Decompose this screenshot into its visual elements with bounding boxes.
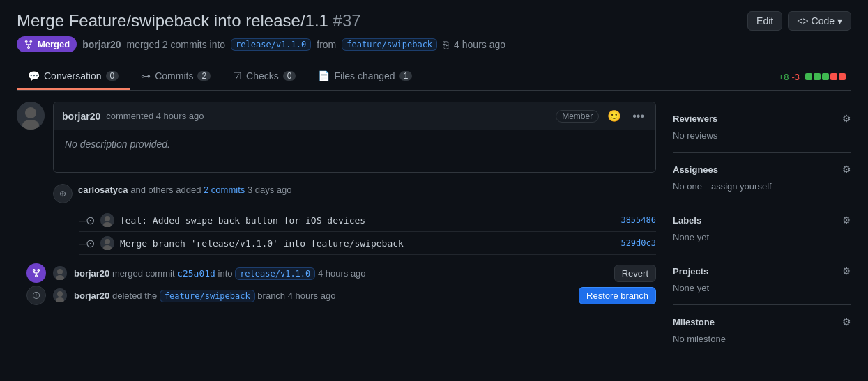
svg-point-7 xyxy=(105,239,110,244)
svg-point-10 xyxy=(57,269,63,274)
diff-block xyxy=(814,73,821,80)
reviewers-section: Reviewers ⚙ No reviews xyxy=(673,102,851,152)
comment-author: borjar20 xyxy=(62,111,100,122)
merge-target-branch[interactable]: release/v1.1.0 xyxy=(235,267,315,280)
merge-avatar xyxy=(53,266,67,280)
assignees-gear[interactable]: ⚙ xyxy=(842,164,851,175)
deleted-branch[interactable]: feature/swipeback xyxy=(160,290,255,302)
labels-gear[interactable]: ⚙ xyxy=(842,215,851,226)
commit-message: feat: Added swipe back button for iOS de… xyxy=(120,215,616,226)
merge-event-row: borjar20 merged commit c25a01d into rele… xyxy=(17,263,656,283)
commit-hash[interactable]: 3855486 xyxy=(620,215,656,225)
assignees-title: Assignees xyxy=(673,164,718,175)
commit-avatar xyxy=(100,213,114,227)
diff-blocks xyxy=(805,73,846,80)
delete-avatar xyxy=(53,288,67,302)
commit-hash[interactable]: 529d0c3 xyxy=(620,238,656,248)
edit-button[interactable]: Edit xyxy=(747,11,782,31)
emoji-button[interactable]: 🙂 xyxy=(604,108,624,124)
code-button[interactable]: <> Code ▾ xyxy=(788,11,851,31)
main-layout: borjar20 commented 4 hours ago Member 🙂 … xyxy=(17,102,851,355)
reviewers-value: No reviews xyxy=(673,130,717,141)
commits-added-section: ⊕ carlosatyca and others added 2 commits… xyxy=(53,184,656,255)
diff-block xyxy=(830,73,837,80)
pr-time: 4 hours ago xyxy=(454,39,505,50)
merge-commit-ref[interactable]: c25a01d xyxy=(177,268,215,279)
commit-row: –⊙ feat: Added swipe back button for iOS… xyxy=(79,209,656,232)
labels-section: Labels ⚙ None yet xyxy=(673,203,851,254)
milestone-gear[interactable]: ⚙ xyxy=(842,316,851,327)
pr-meta-text: merged 2 commits into xyxy=(126,39,225,50)
diff-minus: -3 xyxy=(791,72,800,82)
svg-point-13 xyxy=(57,291,63,297)
milestone-section: Milestone ⚙ No milestone xyxy=(673,304,851,355)
commit-dot: –⊙ xyxy=(79,214,95,227)
delete-event-author[interactable]: borjar20 xyxy=(74,290,109,301)
commit-dot: –⊙ xyxy=(79,237,95,250)
checks-badge: 0 xyxy=(283,71,296,81)
pr-meta-row: Merged borjar20 merged 2 commits into re… xyxy=(17,36,851,52)
assignees-value: No one—assign yourself xyxy=(673,181,772,192)
sidebar: Reviewers ⚙ No reviews Assignees ⚙ No on… xyxy=(673,102,851,355)
copy-icon[interactable]: ⎘ xyxy=(443,39,448,50)
projects-gear[interactable]: ⚙ xyxy=(842,265,851,277)
svg-point-4 xyxy=(105,216,110,221)
diff-block xyxy=(805,73,812,80)
reviewers-title: Reviewers xyxy=(673,114,717,124)
diff-plus: +8 xyxy=(779,72,789,82)
delete-event-text: borjar20 deleted the feature/swipeback b… xyxy=(74,290,572,301)
commit-row: –⊙ Merge branch 'release/v1.1.0' into fe… xyxy=(79,232,656,255)
comment-time: commented 4 hours ago xyxy=(106,111,204,121)
merge-icon xyxy=(24,40,33,49)
tabs-row: 💬 Conversation 0 ⊶ Commits 2 ☑ Checks 0 … xyxy=(17,63,851,91)
merge-event-author[interactable]: borjar20 xyxy=(74,268,109,279)
revert-button[interactable]: Revert xyxy=(614,265,656,282)
timeline-author[interactable]: carlosatyca xyxy=(78,185,128,195)
pr-author: borjar20 xyxy=(82,39,121,50)
tab-conversation[interactable]: 💬 Conversation 0 xyxy=(17,63,130,90)
target-branch[interactable]: release/v1.1.0 xyxy=(231,38,311,51)
projects-section: Projects ⚙ None yet xyxy=(673,254,851,304)
diff-block xyxy=(822,73,829,80)
comment-header: borjar20 commented 4 hours ago Member 🙂 … xyxy=(54,102,655,130)
labels-value: None yet xyxy=(673,232,709,242)
diff-stat: +8 -3 xyxy=(779,72,851,82)
more-menu-button[interactable]: ••• xyxy=(630,109,647,124)
source-branch[interactable]: feature/swipeback xyxy=(342,38,437,51)
commits-added-icon: ⊕ xyxy=(53,184,73,203)
commits-added-text: carlosatyca and others added 2 commits 3… xyxy=(78,185,291,195)
tab-commits[interactable]: ⊶ Commits 2 xyxy=(130,63,222,90)
comment-box: borjar20 commented 4 hours ago Member 🙂 … xyxy=(53,102,656,173)
comment-body: No description provided. xyxy=(54,130,655,172)
main-content: borjar20 commented 4 hours ago Member 🙂 … xyxy=(17,102,656,355)
reviewers-gear[interactable]: ⚙ xyxy=(842,113,851,124)
diff-block xyxy=(839,73,846,80)
pr-number: #37 xyxy=(333,11,361,30)
assignees-section: Assignees ⚙ No one—assign yourself xyxy=(673,152,851,203)
pr-title-text: Merge Feature/swipeback into release/1.1 xyxy=(17,11,328,30)
commits-icon: ⊶ xyxy=(141,70,151,81)
files-icon: 📄 xyxy=(318,70,330,81)
tab-checks[interactable]: ☑ Checks 0 xyxy=(222,63,307,90)
tabs-left: 💬 Conversation 0 ⊶ Commits 2 ☑ Checks 0 … xyxy=(17,63,423,90)
merged-badge: Merged xyxy=(17,36,77,52)
commit-message: Merge branch 'release/v1.1.0' into featu… xyxy=(120,238,616,249)
svg-point-1 xyxy=(25,107,36,118)
milestone-value: No milestone xyxy=(673,334,726,344)
merge-event-text: borjar20 merged commit c25a01d into rele… xyxy=(74,268,607,279)
merge-circle xyxy=(26,263,46,283)
pr-title-actions: Edit <> Code ▾ xyxy=(747,11,851,31)
checks-icon: ☑ xyxy=(233,70,242,81)
comment-container: borjar20 commented 4 hours ago Member 🙂 … xyxy=(17,102,656,173)
tab-files-changed[interactable]: 📄 Files changed 1 xyxy=(307,63,423,90)
pr-title: Merge Feature/swipeback into release/1.1… xyxy=(17,11,361,31)
milestone-title: Milestone xyxy=(673,317,715,327)
labels-title: Labels xyxy=(673,215,701,226)
restore-branch-button[interactable]: Restore branch xyxy=(579,287,656,304)
delete-event-row: borjar20 deleted the feature/swipeback b… xyxy=(17,286,656,305)
commit-avatar xyxy=(100,236,114,250)
projects-title: Projects xyxy=(673,266,708,277)
conversation-badge: 0 xyxy=(106,71,119,81)
comment-avatar xyxy=(17,102,45,130)
delete-circle xyxy=(26,286,46,305)
